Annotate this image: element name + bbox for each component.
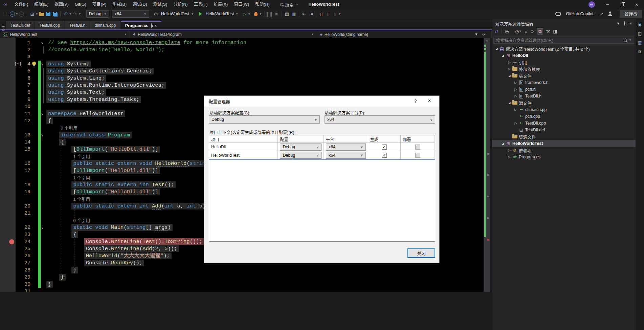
new-project-button[interactable]: ⊞ <box>29 10 36 18</box>
chevron-down-icon[interactable]: ▼ <box>16 13 18 16</box>
build-checkbox[interactable]: ✓ <box>382 145 387 150</box>
minimize-button[interactable]: ─ <box>600 0 615 9</box>
active-configuration-combobox[interactable]: Debug ∨ <box>209 115 320 124</box>
menu-item-6[interactable]: 生成(B) <box>109 0 130 9</box>
menu-item-11[interactable]: 扩展(X) <box>210 0 231 9</box>
split-window-icon[interactable]: ⊹ <box>482 32 485 37</box>
configuration-combobox[interactable]: Debug∨ <box>280 152 321 159</box>
expander-collapsed-icon[interactable]: ▷ <box>507 61 512 64</box>
tree-item-dllmain-cpp[interactable]: ▷++dllmain.cpp <box>492 106 636 113</box>
refresh-icon[interactable]: ⟳ <box>530 29 534 34</box>
tree-item-资源文件[interactable]: 资源文件 <box>492 133 636 140</box>
add-account-icon[interactable] <box>608 12 613 16</box>
pin-icon[interactable] <box>151 23 152 28</box>
menu-item-9[interactable]: 分析(N) <box>170 0 191 9</box>
deploy-checkbox[interactable] <box>415 153 420 158</box>
home-icon[interactable]: ⌂ <box>525 29 528 34</box>
stop-debugging-button[interactable]: ■ <box>273 10 280 18</box>
dialog-help-button[interactable]: ? <box>413 98 418 104</box>
breakpoint-dot[interactable] <box>9 239 14 244</box>
tree-item-pch-h[interactable]: ▷hpch.h <box>492 86 636 93</box>
chevron-down-icon[interactable]: ▼ <box>474 32 478 37</box>
fold-arrow-icon[interactable]: ∨ <box>41 39 44 46</box>
dialog-close-icon[interactable]: × <box>426 98 432 104</box>
project-name-cell[interactable]: HelloDll <box>209 143 278 151</box>
navigate-forward-button[interactable]: → <box>18 10 25 18</box>
deploy-checkbox[interactable] <box>415 145 420 150</box>
dialog-title-bar[interactable]: 配置管理器 <box>204 96 439 107</box>
menu-item-5[interactable]: 项目(P) <box>89 0 110 9</box>
toggle-bookmark-button[interactable]: ▯ <box>318 10 325 18</box>
solution-platform-combobox[interactable]: x64 ▼ <box>112 10 149 18</box>
startup-project-button[interactable]: ⚙ <box>153 10 159 18</box>
start-debugging-button[interactable] <box>197 10 204 18</box>
expander-expanded-icon[interactable]: ◢ <box>507 74 512 78</box>
code-suggestion-icon[interactable]: {▫} <box>14 61 22 67</box>
codelens-references[interactable]: 1 个引用 <box>73 196 90 203</box>
window-position-chevron-icon[interactable]: ▼ <box>617 21 620 25</box>
find-in-files-button[interactable]: ▥ <box>290 10 297 18</box>
menu-item-4[interactable]: Git(G) <box>72 0 89 9</box>
chevron-down-icon[interactable]: ▼ <box>248 13 250 16</box>
tree-item-依赖项[interactable]: ▷⚙依赖项 <box>492 147 636 154</box>
github-copilot-label[interactable]: GitHub Copilot <box>566 12 593 16</box>
chevron-down-icon[interactable]: ▼ <box>191 13 194 16</box>
share-button[interactable]: ↗ <box>598 10 605 18</box>
chevron-down-icon[interactable]: ▼ <box>69 13 72 16</box>
search-control[interactable]: 搜索 ▼ <box>280 1 298 8</box>
tree-item-头文件[interactable]: ◢头文件 <box>492 72 636 79</box>
tab-program-cs[interactable]: Program.cs× <box>121 21 161 29</box>
start-without-debugging-button[interactable]: ▷ <box>241 10 248 18</box>
chevron-down-icon[interactable]: ▼ <box>79 13 81 16</box>
project-name-cell[interactable]: HelloWorldTest <box>209 151 278 159</box>
tree-item-引用[interactable]: ▷⊶引用 <box>492 59 636 66</box>
tab-testdll-h[interactable]: TestDll.h <box>65 21 90 29</box>
tree-item-pch-cpp[interactable]: ++pch.cpp <box>492 113 636 120</box>
restore-button[interactable] <box>615 0 629 9</box>
startup-project-label[interactable]: HelloWorldTest <box>161 12 190 16</box>
hot-reload-button[interactable] <box>252 10 259 18</box>
switch-views-icon[interactable]: ◎ <box>505 29 509 34</box>
tree-item-解决方案-helloworldtest-2-个项目-共-2-个-[interactable]: ◢▤解决方案 'HelloWorldTest' (2 个项目, 共 2 个) <box>492 45 636 52</box>
menu-item-10[interactable]: 工具(T) <box>191 0 210 9</box>
fold-arrow-icon[interactable]: ∨ <box>41 61 44 68</box>
fold-arrow-icon[interactable]: ∨ <box>41 132 44 139</box>
tab-testdll-cpp[interactable]: TestDll.cpp <box>35 21 64 29</box>
docked-tool-window-icon[interactable]: ⧉ <box>638 49 641 54</box>
breadcrumb-segment-1[interactable]: C#HelloWorldTest▼ <box>0 31 130 38</box>
redo-button[interactable]: ↷ <box>72 10 79 18</box>
chevron-down-icon[interactable]: ▼ <box>36 13 38 16</box>
menu-item-1[interactable]: 文件(F) <box>11 0 31 9</box>
expander-collapsed-icon[interactable]: ▷ <box>513 94 518 98</box>
menu-item-12[interactable]: 窗口(W) <box>231 0 252 9</box>
close-button[interactable]: × <box>629 0 644 9</box>
docked-tool-window-icon[interactable]: ◫ <box>638 31 642 36</box>
expander-expanded-icon[interactable]: ◢ <box>501 142 505 145</box>
expander-expanded-icon[interactable]: ◢ <box>501 54 505 57</box>
breadcrumb-segment-2[interactable]: ❖HelloWorldTest.Program▼ <box>130 31 317 38</box>
tab-dllmain-cpp[interactable]: dllmain.cpp <box>90 21 120 29</box>
menu-item-3[interactable]: 视图(V) <box>51 0 72 9</box>
expander-collapsed-icon[interactable]: ▷ <box>513 108 518 111</box>
tree-item-源文件[interactable]: ◢源文件 <box>492 100 636 106</box>
expander-collapsed-icon[interactable]: ▷ <box>507 149 512 152</box>
editor-vertical-scrollbar[interactable]: ▲ <box>484 38 490 292</box>
expander-collapsed-icon[interactable]: ▷ <box>513 81 518 84</box>
tree-item-hellodll[interactable]: ◢⊞HelloDll <box>492 52 636 59</box>
preview-selected-items-icon[interactable]: ◨ <box>553 29 557 34</box>
save-all-button[interactable] <box>52 10 59 18</box>
collapse-all-icon[interactable]: ⧉ <box>537 28 543 35</box>
tree-item-program-cs[interactable]: ▷C#Program.cs <box>492 154 636 160</box>
breadcrumb-segment-3[interactable]: ◈HelloWorld(string name)▼⊹ <box>317 31 492 38</box>
build-checkbox[interactable]: ✓ <box>382 153 387 158</box>
show-output-button[interactable]: ▤ <box>284 10 290 18</box>
tree-item-testdll-h[interactable]: ▷hTestDll.h <box>492 93 636 100</box>
properties-icon[interactable]: ⚒ <box>546 29 550 34</box>
expander-expanded-icon[interactable]: ◢ <box>494 47 499 50</box>
tree-item-testdll-cpp[interactable]: ▷++TestDll.cpp <box>492 120 636 127</box>
github-copilot-icon[interactable] <box>555 12 561 16</box>
decrease-indent-button[interactable]: ⇤ <box>301 10 308 18</box>
toolbar-overflow-chevron-icon[interactable]: ▼ <box>338 13 341 16</box>
scrollbar-up-arrow-icon[interactable]: ▲ <box>484 39 490 42</box>
avatar[interactable]: II7 <box>589 1 595 8</box>
